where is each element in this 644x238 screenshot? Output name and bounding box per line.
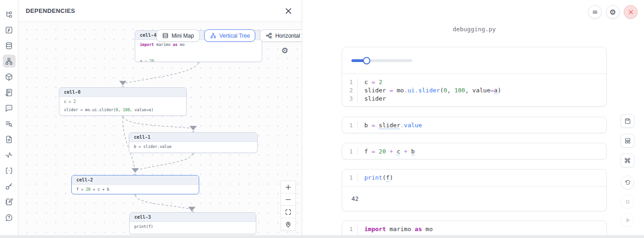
map-pin-icon	[285, 221, 292, 228]
close-icon	[627, 9, 634, 16]
notebook-filename[interactable]: debugging.py	[342, 26, 607, 33]
stop-button[interactable]	[621, 195, 634, 209]
database-icon	[5, 41, 13, 50]
activity-pulse-icon	[5, 151, 13, 159]
shutdown-button[interactable]	[624, 5, 638, 19]
sidebar-item-chat[interactable]	[3, 102, 16, 114]
sidebar-item-logs[interactable]	[3, 86, 16, 99]
save-icon	[624, 118, 631, 125]
line-numbers: 1	[342, 147, 358, 156]
notebook-cell-slider[interactable]: 123 c = 2slider = mo.ui.slider(0, 100, v…	[342, 47, 607, 107]
graph-settings-button[interactable]: ⚙	[280, 45, 290, 56]
graph-node-code: import marimo as mo a = 20	[135, 40, 262, 62]
bracket-dots-icon	[5, 166, 13, 175]
notebook-settings-button[interactable]: ⚙	[606, 5, 620, 19]
bottom-edge-strip	[0, 235, 644, 238]
cell-output-slider	[342, 47, 606, 74]
mini-map-icon	[162, 32, 169, 39]
vertical-tree-button[interactable]: Vertical Tree	[204, 29, 256, 42]
line-numbers: 123	[342, 78, 358, 103]
horizontal-tree-label: Horizontal Tree	[275, 33, 302, 39]
notebook-menu-button[interactable]	[588, 5, 602, 19]
sidebar-item-datasources[interactable]	[3, 39, 16, 52]
gear-icon: ⚙	[610, 8, 616, 17]
code-editor[interactable]: 1 b = slider.value	[342, 117, 606, 133]
file-text-icon	[5, 135, 13, 144]
play-icon	[624, 217, 631, 224]
sidebar-item-tracing[interactable]	[3, 148, 16, 161]
sidebar-item-packages[interactable]	[3, 70, 16, 83]
code-content[interactable]: c = 2slider = mo.ui.slider(0, 100, value…	[358, 78, 501, 103]
file-tree-icon	[5, 10, 13, 19]
layout-icon	[624, 137, 631, 144]
code-editor[interactable]: 1 f = 20 + c + b	[342, 143, 606, 159]
keyboard-shortcuts-button[interactable]: ⌘	[621, 153, 634, 167]
command-icon: ⌘	[624, 157, 631, 164]
graph-node-title: cell-0	[59, 88, 186, 97]
sidebar-item-file-tree[interactable]	[3, 8, 16, 21]
graph-node-code: f = 20 + c + b	[72, 185, 199, 194]
dependency-graph-canvas[interactable]: cell-4 import marimo as mo a = 20 cell-0…	[18, 22, 302, 238]
layout-button[interactable]	[621, 134, 634, 147]
sidebar-item-dependencies[interactable]	[3, 55, 16, 68]
code-editor[interactable]: 123 c = 2slider = mo.ui.slider(0, 100, v…	[342, 74, 606, 107]
undo-button[interactable]	[621, 176, 634, 189]
code-content[interactable]: b = slider.value	[358, 121, 422, 130]
mini-map-label: Mini Map	[172, 33, 194, 39]
zoom-out-button[interactable]	[281, 193, 296, 206]
horizontal-tree-icon	[265, 32, 272, 39]
fit-view-button[interactable]	[281, 205, 296, 218]
slider-widget[interactable]	[351, 57, 412, 64]
graph-node-code: print(f)	[130, 222, 256, 234]
locate-node-button[interactable]	[281, 218, 296, 231]
notebook-cell-f[interactable]: 1 f = 20 + c + b	[342, 143, 607, 159]
sidebar-item-scratchpad[interactable]	[3, 195, 16, 208]
sidebar-item-snippets[interactable]	[3, 164, 16, 177]
gear-icon: ⚙	[281, 46, 288, 56]
notebook-pen-icon	[5, 198, 13, 206]
scroll-icon	[5, 88, 13, 97]
line-numbers: 1	[342, 174, 358, 182]
graph-node-cell-2[interactable]: cell-2 f = 20 + c + b	[71, 175, 199, 194]
zoom-in-button[interactable]	[281, 181, 296, 193]
graph-zoom-controls	[281, 181, 296, 231]
line-numbers: 1	[342, 121, 358, 130]
help-icon	[5, 213, 13, 222]
fullscreen-icon	[285, 209, 292, 215]
sidebar-item-variables[interactable]	[3, 23, 16, 36]
sidebar-item-secrets[interactable]	[3, 180, 16, 193]
sidebar-item-doc-search[interactable]	[3, 117, 16, 130]
code-content[interactable]: print(f)	[358, 174, 393, 182]
slider-thumb[interactable]	[363, 57, 370, 64]
activity-bar	[0, 0, 18, 238]
save-button[interactable]	[621, 114, 634, 128]
graph-node-title: cell-1	[129, 133, 257, 142]
list-search-icon	[5, 119, 13, 128]
horizontal-tree-button[interactable]: Horizontal Tree	[260, 29, 302, 42]
close-icon	[285, 8, 292, 14]
chat-icon	[5, 104, 13, 113]
graph-node-cell-0[interactable]: cell-0 c = 2slider = mo.ui.slider(0, 100…	[59, 87, 187, 116]
sidebar-item-document[interactable]	[3, 133, 16, 146]
graph-view-toolbar: Mini Map Vertical Tree Horizontal Tree	[156, 29, 302, 42]
minus-icon	[285, 196, 292, 203]
notebook-cell-print[interactable]: 1 print(f) 42	[342, 169, 607, 211]
dependencies-panel-header: DEPENDENCIES	[18, 0, 302, 22]
notebook-cell-b[interactable]: 1 b = slider.value	[342, 117, 607, 133]
code-editor[interactable]: 1 print(f)	[342, 170, 606, 186]
menu-icon	[592, 9, 598, 16]
graph-node-cell-3[interactable]: cell-3 print(f)	[129, 212, 256, 234]
vertical-tree-icon	[210, 32, 217, 39]
sidebar-item-help[interactable]	[3, 211, 16, 224]
graph-node-code: b = slider.value	[129, 142, 257, 153]
graph-node-cell-1[interactable]: cell-1 b = slider.value	[129, 132, 258, 153]
key-icon	[5, 182, 13, 191]
run-button[interactable]	[621, 213, 634, 227]
close-panel-button[interactable]	[283, 6, 293, 16]
function-square-icon	[5, 26, 13, 34]
mini-map-button[interactable]: Mini Map	[156, 29, 200, 42]
cell-output-text: 42	[342, 187, 606, 211]
stop-icon	[624, 198, 631, 205]
graph-node-code: c = 2slider = mo.ui.slider(0, 100, value…	[59, 97, 186, 116]
code-content[interactable]: f = 20 + c + b	[358, 147, 415, 156]
